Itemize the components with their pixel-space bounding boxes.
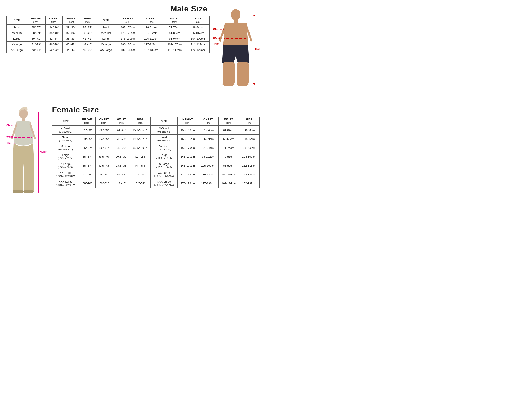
table-cell: 122-127cm [239,170,259,179]
table-cell: XXX-Large(US Size 22W-24W) [52,179,79,188]
table-cell: 36.5"-37.5" [130,135,151,143]
table-cell: 26"-27" [113,135,130,143]
table-row: XX-Large(US Size 18W-20W)67"-69"46"-48"3… [52,170,259,179]
svg-point-7 [237,82,249,86]
table-cell: Small(US Size 4-6) [151,135,178,143]
col-chest-inch: CHEST(inch) [46,16,63,25]
col-height-cm: HEIGHT(cm) [116,16,139,25]
table-row: Large(US Size 12-14)65"-67"38.5"-40"30.5… [52,152,259,161]
col-waist-inch: WAIST(inch) [63,16,79,25]
table-cell: X-Small(US Size 0-2) [52,126,79,135]
table-cell: 38"-40" [46,30,63,36]
table-cell: 88-90cm [239,126,259,135]
svg-marker-12 [253,14,255,16]
table-row: X-Small(US Size 0-2)61"-63"32"-33"24"-25… [52,126,259,135]
male-size-table: SIZE HEIGHT(inch) CHEST(inch) WAIST(inch… [7,16,210,53]
table-cell: 165-170cm [177,152,198,161]
table-cell: X-Large(US Size 16-18) [52,161,79,170]
table-cell: 28"-29" [113,143,130,152]
table-cell: 81-84cm [198,126,219,135]
table-cell: 41"-43" [79,36,96,42]
male-content: Male Size SIZE HEIGHT(inch) CHEST(inch) … [7,4,210,53]
svg-point-22 [223,44,224,45]
table-cell: 28"-30" [63,25,79,30]
female-title: Female Size [52,105,259,114]
table-cell: 44"-45.5" [130,161,151,170]
svg-rect-4 [223,62,235,84]
table-row: X-Large(US Size 16-18)65"-67"41.5"-43"33… [52,161,259,170]
col-hips-inch: HIPS(inch) [79,16,96,25]
table-row: Medium68"-69"38"-40"32"-34"38"-40"Medium… [7,30,210,36]
table-cell: 117-122cm [139,42,163,47]
table-cell: 35"-37" [79,25,96,30]
table-cell: 46"-48" [95,170,113,179]
col-hips-cm: HIPS(cm) [186,16,210,25]
table-cell: Medium(US Size 8-10) [52,143,79,152]
table-cell: 99-104cm [218,170,239,179]
svg-text:Hip: Hip [214,42,219,45]
svg-point-16 [223,29,224,30]
svg-point-2 [231,9,240,20]
table-row: Medium(US Size 8-10)65"-67"36"-37"28"-29… [52,143,259,152]
table-cell: 68"-69" [27,30,46,36]
table-cell: 86-89cm [198,135,219,143]
female-figure: Chest Waist Hip Height [7,105,48,202]
table-cell: 36"-37" [95,143,113,152]
table-cell: Small [96,25,116,30]
table-cell: 50"-52" [95,179,113,188]
table-row: Large69"-71"42"-44"36"-38"41"-43"Large17… [7,36,210,42]
table-cell: 65"-67" [79,161,95,170]
table-cell: 185-188cm [116,47,139,53]
table-cell: 34.5"-35.5" [130,126,151,135]
table-cell: 36"-38" [63,36,79,42]
table-cell: Small [7,25,27,30]
svg-point-28 [13,190,23,194]
table-cell: Large [96,36,116,42]
table-cell: 165-170cm [177,143,198,152]
table-cell: 61-64cm [218,126,239,135]
table-cell: X-Large [7,42,27,47]
table-cell: 52"-54" [130,179,151,188]
female-figure-svg: Chest Waist Hip Height [7,105,48,201]
f-col-height-inch: HEIGHT(inch) [79,117,95,126]
svg-rect-27 [24,170,34,192]
table-cell: 85-89cm [218,161,239,170]
svg-text:Chest: Chest [7,124,13,127]
f-col-hips-cm: HIPS(cm) [239,117,259,126]
table-cell: 104-108cm [239,152,259,161]
f-col-chest-inch: CHEST(inch) [95,117,113,126]
table-cell: Medium [7,30,27,36]
table-cell: 38.5"-39.5" [130,143,151,152]
f-col-waist-inch: WAIST(inch) [113,117,130,126]
table-cell: 65"-67" [79,143,95,152]
table-cell: 86-91cm [139,25,163,30]
col-waist-cm: WAIST(cm) [163,16,186,25]
table-row: Small(US Size 4-6)63"-65"34"-35"26"-27"3… [52,135,259,143]
svg-point-41 [14,143,15,144]
table-cell: 173-178cm [177,179,198,188]
table-cell: XX-Large(US Size 18W-20W) [151,170,178,179]
table-cell: 93-95cm [239,135,259,143]
table-cell: 127-132cm [139,47,163,53]
svg-point-37 [14,127,15,127]
table-cell: 69"-71" [27,36,46,42]
col-size-1: SIZE [7,16,27,25]
table-row: X-Large71"-73"46"-48"40"-42"44"-46"X-Lar… [7,42,210,47]
male-title: Male Size [7,4,210,13]
table-cell: 91-97cm [163,36,186,42]
table-cell: 61"-63" [79,126,95,135]
table-cell: 50"-52" [46,47,63,53]
svg-point-39 [14,137,15,138]
svg-text:Waist: Waist [213,37,220,40]
table-cell: 165-170cm [116,25,139,30]
table-cell: 160-165cm [177,135,198,143]
table-cell: 98-102cm [198,152,219,161]
table-cell: 173-175cm [116,30,139,36]
table-cell: 34"-36" [46,25,63,30]
table-cell: 32"-34" [63,30,79,36]
table-row: XX-Large73"-74"50"-52"44"-46"48"-50"XX-L… [7,47,210,53]
table-cell: 63"-65" [79,135,95,143]
table-cell: 48"-50" [130,170,151,179]
table-cell: 38"-40" [79,30,96,36]
col-height-inch: HEIGHT(inch) [27,16,46,25]
